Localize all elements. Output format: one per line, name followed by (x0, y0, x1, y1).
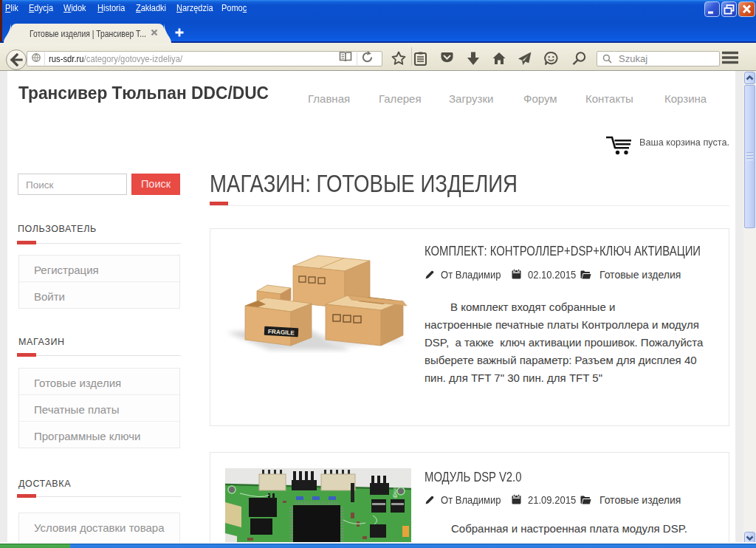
svg-text:r.klucim@: r.klucim@ (393, 476, 398, 499)
svg-text:FRAGILE: FRAGILE (268, 329, 295, 337)
